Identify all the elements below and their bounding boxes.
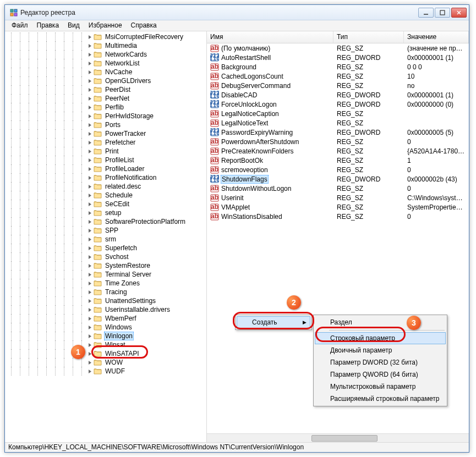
tree-item[interactable]: WOW	[7, 358, 206, 367]
menu-favorites[interactable]: Избранное	[84, 20, 127, 31]
expander-icon[interactable]	[86, 236, 93, 243]
value-row[interactable]: abShutdownWithoutLogonREG_SZ0	[207, 184, 469, 193]
expander-icon[interactable]	[86, 315, 93, 322]
tree-item[interactable]: Print	[7, 147, 206, 156]
value-row[interactable]: ab(По умолчанию)REG_SZ(значение не присв…	[207, 43, 469, 53]
tree-item[interactable]: OpenGLDrivers	[7, 76, 206, 85]
value-row[interactable]: abVMAppletREG_SZSystemPropertiesPerfor	[207, 202, 469, 212]
expander-icon[interactable]	[86, 174, 93, 181]
expander-icon[interactable]	[86, 271, 93, 278]
value-row[interactable]: 011110ForceUnlockLogonREG_DWORD0x0000000…	[207, 100, 469, 109]
expander-icon[interactable]	[86, 254, 93, 260]
registry-tree[interactable]: MsiCorruptedFileRecoveryMultimediaNetwor…	[5, 31, 206, 442]
tree-item[interactable]: PeerDist	[7, 85, 206, 94]
maximize-button[interactable]	[435, 8, 450, 18]
value-row[interactable]: 011110ShutdownFlagsREG_DWORD0x0000002b (…	[207, 174, 469, 184]
value-row[interactable]: abDebugServerCommandREG_SZno	[207, 81, 469, 90]
ctx-new-dword[interactable]: Параметр DWORD (32 бита)	[315, 356, 446, 368]
tree-item[interactable]: Tracing	[7, 288, 206, 296]
expander-icon[interactable]	[86, 289, 93, 295]
expander-icon[interactable]	[86, 86, 93, 93]
expander-icon[interactable]	[86, 342, 93, 348]
tree-item[interactable]: NetworkCards	[7, 50, 206, 59]
tree-item[interactable]: Perflib	[7, 103, 206, 112]
expander-icon[interactable]	[86, 324, 93, 331]
value-row[interactable]: abCachedLogonsCountREG_SZ10	[207, 71, 469, 81]
tree-item[interactable]: Terminal Server	[7, 270, 206, 279]
expander-icon[interactable]	[86, 130, 93, 137]
col-header-name[interactable]: Имя	[207, 31, 333, 43]
tree-item[interactable]: setup	[7, 208, 206, 217]
expander-icon[interactable]	[86, 51, 93, 58]
value-row[interactable]: abUserinitREG_SZC:\Windows\system32\u	[207, 193, 469, 202]
value-row[interactable]: abLegalNoticeTextREG_SZ	[207, 118, 469, 128]
expander-icon[interactable]	[86, 69, 93, 75]
tree-item[interactable]: Userinstallable.drivers	[7, 305, 206, 314]
expander-icon[interactable]	[86, 78, 93, 84]
tree-item[interactable]: srm	[7, 235, 206, 244]
tree-item[interactable]: related.desc	[7, 182, 206, 191]
expander-icon[interactable]	[86, 34, 93, 40]
tree-item[interactable]: Winsat	[7, 340, 206, 349]
value-row[interactable]: abscremoveoptionREG_SZ0	[207, 165, 469, 174]
tree-item[interactable]: SPP	[7, 226, 206, 235]
ctx-new-binary[interactable]: Двоичный параметр	[315, 344, 446, 356]
tree-item[interactable]: ProfileLoader	[7, 164, 206, 173]
expander-icon[interactable]	[86, 183, 93, 190]
expander-icon[interactable]	[86, 245, 93, 251]
tree-item[interactable]: NvCache	[7, 68, 206, 76]
expander-icon[interactable]	[86, 104, 93, 111]
expander-icon[interactable]	[86, 306, 93, 313]
value-row[interactable]: abPowerdownAfterShutdownREG_SZ0	[207, 137, 469, 146]
value-row[interactable]: 011110PasswordExpiryWarningREG_DWORD0x00…	[207, 128, 469, 137]
expander-icon[interactable]	[86, 139, 93, 146]
expander-icon[interactable]	[86, 359, 93, 366]
minimize-button[interactable]	[418, 8, 434, 18]
tree-item[interactable]: Prefetcher	[7, 138, 206, 147]
expander-icon[interactable]	[86, 113, 93, 119]
ctx-new-string[interactable]: Строковый параметр	[315, 332, 446, 344]
ctx-new-qword[interactable]: Параметр QWORD (64 бита)	[315, 368, 446, 381]
tree-item[interactable]: UnattendSettings	[7, 296, 206, 305]
close-button[interactable]	[451, 8, 467, 18]
tree-item[interactable]: ProfileList	[7, 156, 206, 164]
tree-item[interactable]: SystemRestore	[7, 261, 206, 270]
tree-item[interactable]: Winlogon	[7, 332, 206, 340]
tree-item[interactable]: Ports	[7, 120, 206, 129]
tree-item[interactable]: Multimedia	[7, 41, 206, 50]
tree-item[interactable]: SoftwareProtectionPlatform	[7, 217, 206, 226]
tree-item[interactable]: Windows	[7, 323, 206, 332]
expander-icon[interactable]	[86, 122, 93, 128]
expander-icon[interactable]	[86, 368, 93, 375]
horizontal-scrollbar[interactable]	[207, 433, 469, 442]
value-row[interactable]: 011110DisableCADREG_DWORD0x00000001 (1)	[207, 90, 469, 100]
menu-edit[interactable]: Правка	[32, 20, 64, 31]
tree-item[interactable]: SeCEdit	[7, 200, 206, 208]
ctx-create[interactable]: Создать ▶	[237, 316, 310, 328]
tree-item[interactable]: PeerNet	[7, 94, 206, 103]
menu-file[interactable]: Файл	[7, 20, 32, 31]
tree-item[interactable]: WbemPerf	[7, 314, 206, 323]
value-row[interactable]: abWinStationsDisabledREG_SZ0	[207, 212, 469, 221]
expander-icon[interactable]	[86, 148, 93, 155]
ctx-new-expandstr[interactable]: Расширяемый строковый параметр	[315, 393, 446, 405]
tree-item[interactable]: ProfileNotification	[7, 173, 206, 182]
expander-icon[interactable]	[86, 95, 93, 102]
tree-item[interactable]: PowerTracker	[7, 129, 206, 138]
value-row[interactable]: abReportBootOkREG_SZ1	[207, 156, 469, 165]
tree-item[interactable]: MsiCorruptedFileRecovery	[7, 32, 206, 41]
value-row[interactable]: abBackgroundREG_SZ0 0 0	[207, 62, 469, 71]
tree-item[interactable]: Time Zones	[7, 279, 206, 288]
expander-icon[interactable]	[86, 218, 93, 225]
expander-icon[interactable]	[86, 157, 93, 163]
tree-item[interactable]: Schedule	[7, 191, 206, 200]
menu-help[interactable]: Справка	[127, 20, 161, 31]
tree-item[interactable]: WinSATAPI	[7, 349, 206, 358]
expander-icon[interactable]	[86, 166, 93, 172]
expander-icon[interactable]	[86, 201, 93, 207]
ctx-new-key[interactable]: Раздел	[315, 316, 446, 328]
expander-icon[interactable]	[86, 227, 93, 234]
expander-icon[interactable]	[86, 60, 93, 67]
expander-icon[interactable]	[86, 42, 93, 49]
expander-icon[interactable]	[86, 350, 93, 357]
